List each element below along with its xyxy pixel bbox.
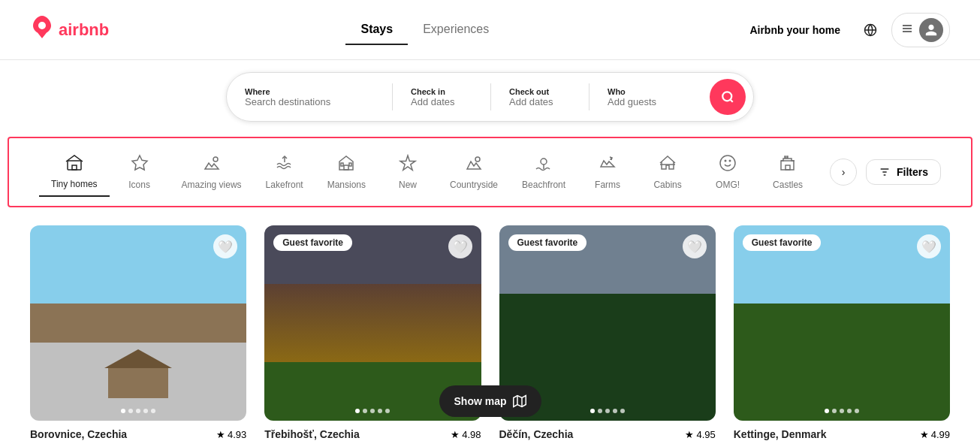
property-location: Borovnice, Czechia: [30, 428, 127, 440]
category-lakefront[interactable]: Lakefront: [254, 148, 315, 196]
hamburger-icon: [901, 23, 913, 38]
who-value: Add guests: [608, 96, 692, 107]
nav-stays[interactable]: Stays: [345, 15, 408, 45]
tiny-homes-label: Tiny homes: [51, 179, 98, 189]
dot: [128, 409, 133, 413]
dot: [847, 409, 852, 413]
category-tiny-homes[interactable]: Tiny homes: [39, 147, 110, 197]
search-button[interactable]: [710, 79, 746, 115]
star-icon: ★: [685, 429, 694, 440]
dot: [620, 409, 625, 413]
svg-rect-12: [341, 163, 343, 166]
svg-marker-24: [513, 396, 526, 407]
search-who[interactable]: Who Add guests: [590, 73, 710, 121]
svg-point-16: [720, 156, 735, 171]
user-menu[interactable]: [891, 13, 950, 47]
host-link[interactable]: Airbnb your home: [740, 17, 849, 44]
new-icon: [399, 154, 417, 175]
language-button[interactable]: [855, 15, 885, 45]
mansions-label: Mansions: [327, 180, 366, 190]
omg-label: OMG!: [716, 180, 740, 190]
property-card-borovnice[interactable]: 🤍 Borovnice, Czechia ★ 4.93: [30, 225, 246, 440]
property-location: Děčín, Czechia: [499, 428, 574, 440]
logo[interactable]: airbnb: [30, 15, 109, 45]
where-label: Where: [245, 87, 374, 96]
mansions-icon: [337, 154, 355, 175]
heart-button-borovnice[interactable]: 🤍: [213, 234, 237, 258]
category-beachfront[interactable]: Beachfront: [510, 148, 577, 196]
countryside-icon: [465, 154, 483, 175]
nav-experiences[interactable]: Experiences: [408, 15, 504, 45]
dot: [840, 409, 844, 413]
category-next-button[interactable]: ›: [830, 159, 857, 186]
heart-button-kettinge[interactable]: 🤍: [917, 234, 941, 258]
dot: [825, 409, 829, 413]
heart-button-decin[interactable]: 🤍: [683, 234, 707, 258]
beachfront-icon: [535, 154, 553, 175]
svg-marker-9: [132, 156, 147, 170]
icons-label: Icons: [128, 180, 150, 190]
who-label: Who: [608, 87, 692, 96]
category-mansions[interactable]: Mansions: [315, 148, 378, 196]
property-info-kettinge: Kettinge, Denmark ★ 4.99: [734, 421, 950, 440]
show-map-button[interactable]: Show map: [439, 385, 541, 417]
property-info-trebihose: Třebihošť, Czechia ★ 4.98: [264, 421, 481, 440]
countryside-label: Countryside: [450, 180, 498, 190]
property-info-decin: Děčín, Czechia ★ 4.95: [499, 421, 716, 440]
filters-button[interactable]: Filters: [866, 159, 941, 185]
category-amazing-views[interactable]: Amazing views: [170, 148, 254, 196]
checkout-label: Check out: [509, 87, 571, 96]
svg-point-5: [722, 92, 731, 101]
category-new[interactable]: New: [378, 148, 438, 196]
lakefront-icon: [276, 154, 294, 175]
dot: [143, 409, 148, 413]
filters-icon: [879, 166, 891, 178]
property-rating: ★ 4.93: [216, 429, 246, 440]
svg-rect-19: [786, 165, 790, 170]
category-omg[interactable]: OMG!: [698, 148, 758, 196]
logo-text: airbnb: [59, 20, 109, 40]
checkout-value: Add dates: [509, 96, 571, 107]
dots-kettinge: [825, 409, 859, 413]
dot: [363, 409, 367, 413]
castles-icon: [779, 154, 797, 175]
dot: [613, 409, 617, 413]
category-icons[interactable]: Icons: [110, 148, 170, 196]
dots-borovnice: [121, 409, 155, 413]
lakefront-label: Lakefront: [266, 180, 303, 190]
category-countryside[interactable]: Countryside: [438, 148, 510, 196]
amazing-views-label: Amazing views: [182, 180, 242, 190]
heart-button-trebihose[interactable]: 🤍: [448, 234, 472, 258]
dots-decin: [590, 409, 625, 413]
farms-icon: [599, 154, 617, 175]
property-rating: ★ 4.95: [685, 429, 715, 440]
dot: [385, 409, 390, 413]
category-cabins[interactable]: Cabins: [638, 148, 698, 196]
dot: [605, 409, 610, 413]
omg-icon: [719, 154, 737, 175]
dot: [855, 409, 859, 413]
property-location: Kettinge, Denmark: [734, 428, 827, 440]
guest-favorite-badge: Guest favorite: [273, 234, 352, 251]
property-card-kettinge[interactable]: Guest favorite 🤍 Kettinge, Denmark ★ 4.9…: [734, 225, 950, 440]
dot: [121, 409, 125, 413]
search-checkout[interactable]: Check out Add dates: [491, 73, 589, 121]
category-farms[interactable]: Farms: [577, 148, 638, 196]
search-checkin[interactable]: Check in Add dates: [393, 73, 490, 121]
dot: [370, 409, 375, 413]
star-icon: ★: [920, 429, 929, 440]
avatar: [919, 18, 943, 42]
property-image-kettinge: Guest favorite 🤍: [734, 225, 950, 421]
main-nav: Stays Experiences: [345, 15, 504, 45]
search-bar: Where Search destinations Check in Add d…: [226, 72, 754, 122]
search-where[interactable]: Where Search destinations: [227, 73, 392, 121]
cabins-icon: [659, 154, 677, 175]
new-label: New: [399, 180, 417, 190]
star-icon: ★: [451, 429, 460, 440]
category-castles[interactable]: Castles: [758, 148, 818, 196]
property-rating: ★ 4.98: [451, 429, 481, 440]
dot: [590, 409, 595, 413]
where-value: Search destinations: [245, 96, 374, 107]
svg-rect-8: [72, 165, 77, 170]
property-info-borovnice: Borovnice, Czechia ★ 4.93: [30, 421, 246, 440]
